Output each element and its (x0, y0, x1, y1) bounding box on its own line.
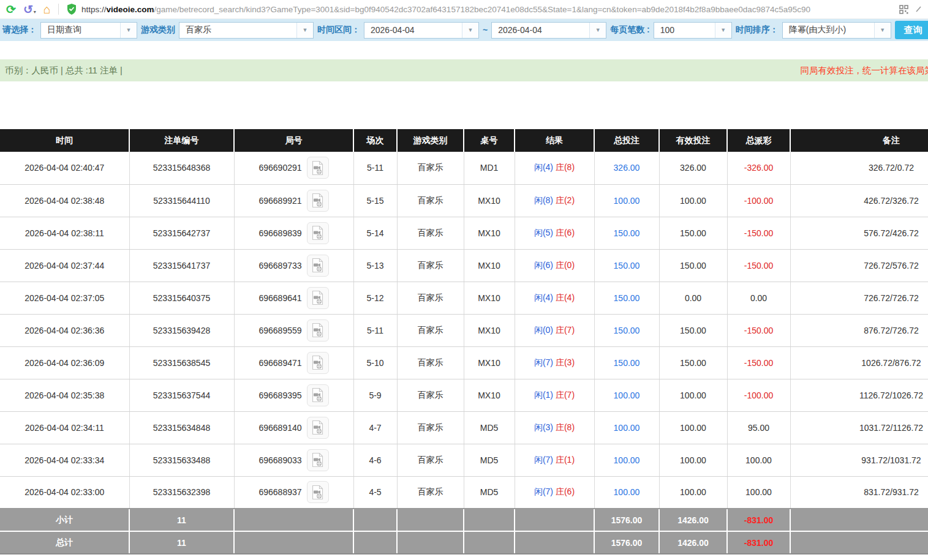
video-replay-button[interactable] (307, 157, 329, 179)
round-number: 696689033 (258, 455, 301, 465)
cell-total-bet[interactable]: 100.00 (594, 379, 659, 411)
player-score: 闲(7) (534, 487, 553, 496)
date-from-dropdown[interactable]: 2026-04-04 ▼ (364, 22, 479, 39)
date-to-dropdown[interactable]: 2026-04-04 ▼ (491, 22, 606, 39)
cell-result: 闲(4) 庄(8) (515, 152, 594, 184)
video-replay-button[interactable] (307, 319, 329, 342)
cell-session: 4-6 (353, 444, 397, 476)
round-number: 696689471 (258, 358, 301, 368)
cell-time: 2026-04-04 02:37:44 (0, 249, 129, 282)
cell-total-bet[interactable]: 150.00 (594, 346, 659, 379)
cell-table-no: MX10 (464, 249, 515, 282)
cell-total-bet[interactable]: 100.00 (594, 476, 659, 509)
video-replay-button[interactable] (307, 384, 329, 406)
game-type-dropdown[interactable]: 百家乐 ▼ (179, 22, 314, 39)
cell-bet-id: 523315634848 (129, 411, 234, 444)
empty-cell (397, 509, 464, 531)
cell-remark: 426.72/326.72 (790, 184, 928, 217)
address-bar[interactable]: https://videoie.com/game/betrecord_searc… (66, 3, 892, 15)
empty-cell (353, 509, 397, 531)
video-replay-button[interactable] (307, 287, 329, 309)
cell-total-bet[interactable]: 100.00 (594, 444, 659, 476)
player-score: 闲(7) (534, 357, 553, 367)
round-number: 696689733 (258, 261, 301, 271)
cell-result: 闲(0) 庄(7) (515, 314, 594, 346)
video-replay-button[interactable] (307, 222, 329, 244)
video-replay-button[interactable] (307, 255, 329, 277)
cell-session: 5-13 (353, 249, 397, 282)
cell-time: 2026-04-04 02:34:11 (0, 411, 129, 444)
cell-valid-bet: 100.00 (659, 379, 727, 411)
cell-session: 4-5 (353, 476, 397, 509)
banker-score: 庄(3) (556, 357, 575, 367)
cell-remark: 1026.72/876.72 (790, 346, 928, 379)
video-replay-button[interactable] (307, 190, 329, 212)
cell-total-bet[interactable]: 100.00 (594, 411, 659, 444)
qr-code-icon[interactable] (899, 5, 908, 14)
page-size-dropdown[interactable]: 100 ▼ (654, 22, 732, 39)
cell-round: 696689921 (234, 184, 353, 217)
player-score: 闲(8) (534, 195, 553, 205)
sort-dropdown[interactable]: 降幂(由大到小) ▼ (782, 22, 891, 39)
cell-game-type: 百家乐 (397, 184, 464, 217)
cell-round: 696689559 (234, 314, 353, 346)
round-number: 696690291 (258, 163, 301, 173)
cell-table-no: MD5 (464, 411, 515, 444)
total-total-bet: 1576.00 (594, 531, 659, 554)
query-type-dropdown[interactable]: 日期查询 ▼ (40, 22, 137, 39)
cell-remark: 1126.72/1026.72 (790, 379, 928, 411)
sort-label: 时间排序： (736, 24, 779, 35)
table-row: 2026-04-04 02:37:05523315640375696689641… (0, 282, 928, 314)
video-replay-button[interactable] (307, 417, 329, 439)
table-row: 2026-04-04 02:38:48523315644110696689921… (0, 184, 928, 217)
round-number: 696689559 (258, 326, 301, 335)
cell-total-bet[interactable]: 150.00 (594, 314, 659, 346)
search-button[interactable]: 查询 (895, 21, 928, 39)
empty-cell (464, 509, 515, 531)
table-row: 2026-04-04 02:40:47523315648368696690291… (0, 152, 928, 184)
cell-valid-bet: 100.00 (659, 411, 727, 444)
player-score: 闲(7) (534, 455, 553, 465)
home-icon[interactable]: ⌂ (43, 3, 51, 15)
cell-payout: -100.00 (727, 379, 790, 411)
spacer (0, 41, 928, 59)
dropdown-caret-icon: ▼ (296, 23, 313, 38)
cell-round: 696689839 (234, 217, 353, 249)
cell-session: 5-11 (353, 152, 397, 184)
empty-cell (234, 531, 353, 554)
cell-time: 2026-04-04 02:37:05 (0, 282, 129, 314)
video-replay-button[interactable] (307, 481, 329, 503)
reload-icon[interactable]: ⟳ (6, 4, 16, 15)
cell-result: 闲(7) 庄(1) (515, 444, 594, 476)
cell-game-type: 百家乐 (397, 379, 464, 411)
select-label: 请选择： (2, 24, 37, 35)
page-size-label: 每页笔数 : (610, 24, 650, 35)
cell-total-bet[interactable]: 100.00 (594, 184, 659, 217)
round-number: 696689140 (258, 423, 301, 433)
subtotal-count: 11 (129, 509, 234, 531)
cell-total-bet[interactable]: 150.00 (594, 217, 659, 249)
cell-game-type: 百家乐 (397, 249, 464, 282)
dropdown-caret-icon: ▼ (715, 23, 731, 38)
table-footer: 小计 11 1576.00 1426.00 -831.00 总计 11 (0, 509, 928, 554)
cell-total-bet[interactable]: 326.00 (594, 152, 659, 184)
cell-total-bet[interactable]: 150.00 (594, 249, 659, 282)
cell-bet-id: 523315638545 (129, 346, 234, 379)
cell-total-bet[interactable]: 150.00 (594, 282, 659, 314)
total-count: 11 (129, 531, 234, 554)
header-remark: 备注 (790, 129, 928, 152)
video-replay-button[interactable] (307, 449, 329, 471)
cell-session: 5-11 (353, 314, 397, 346)
back-button[interactable]: ↺ ▾ (23, 2, 36, 17)
cell-payout: -150.00 (727, 249, 790, 282)
table-row: 2026-04-04 02:34:11523315634848696689140… (0, 411, 928, 444)
cell-valid-bet: 150.00 (659, 314, 727, 346)
chevron-icon[interactable] (916, 6, 922, 13)
game-type-label: 游戏类别 (141, 24, 175, 35)
video-replay-button[interactable] (307, 352, 329, 374)
cell-remark: 1031.72/1126.72 (790, 411, 928, 444)
cell-payout: 95.00 (727, 411, 790, 444)
cell-result: 闲(7) 庄(3) (515, 346, 594, 379)
player-score: 闲(4) (534, 293, 553, 302)
cell-result: 闲(4) 庄(4) (515, 282, 594, 314)
